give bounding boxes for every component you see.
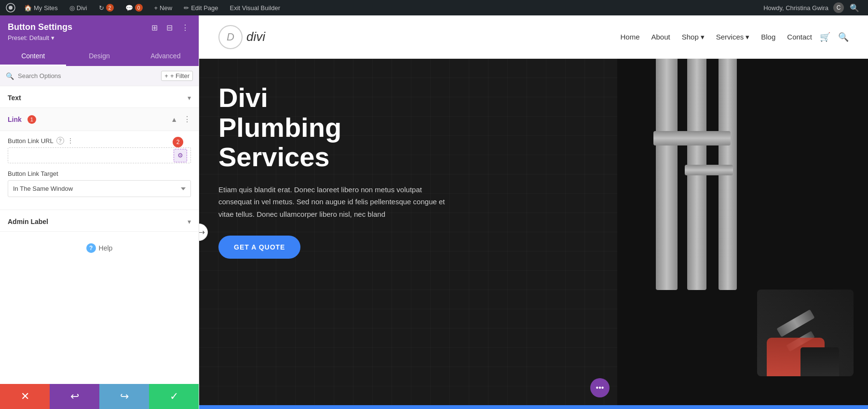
field-more-icon[interactable]: ⋮ <box>67 137 74 145</box>
panel-content: Text ▾ Link 1 ▲ ⋮ Button Link U <box>0 86 199 384</box>
chevron-down-icon: ▾ <box>188 218 191 225</box>
floating-options-button[interactable]: ••• <box>590 378 610 397</box>
admin-bar-right: Howdy, Christina Gwira C 🔍 <box>759 2 864 13</box>
redo-button[interactable]: ↪ <box>99 384 149 409</box>
chevron-down-icon: ▾ <box>51 34 54 41</box>
undo-button[interactable]: ↩ <box>50 384 99 409</box>
panel-toggle-button[interactable]: ⟷ <box>199 224 208 241</box>
panel-title: Button Settings <box>8 22 72 32</box>
admin-label-section-header[interactable]: Admin Label ▾ <box>0 210 199 232</box>
hero-description: Etiam quis blandit erat. Donec laoreet l… <box>218 184 450 221</box>
button-link-target-field: Button Link Target In The Same WindowIn … <box>8 170 191 197</box>
button-link-url-field: Button Link URL ? ⋮ ⚙ 2 <box>8 137 191 163</box>
cart-icon[interactable]: 🛒 <box>820 32 830 42</box>
nav-services[interactable]: Services ▾ <box>716 33 750 41</box>
search-bar: 🔍 + + Filter <box>0 66 199 86</box>
admin-bar-edit-page[interactable]: ✏ Edit Page <box>179 0 223 15</box>
tab-content[interactable]: Content <box>0 47 66 66</box>
comments-icon: 💬 <box>125 4 133 12</box>
pencil-icon: ✏ <box>184 4 189 12</box>
admin-bar-mysites[interactable]: 🏠 My Sites <box>19 0 63 15</box>
site-logo: D divi <box>218 25 265 49</box>
link-section-content: Button Link URL ? ⋮ ⚙ 2 <box>0 131 199 210</box>
pipe-v1 <box>656 59 678 290</box>
divi-icon: ◎ <box>69 4 75 12</box>
nav-home[interactable]: Home <box>620 33 639 41</box>
chevron-down-icon: ▾ <box>188 94 191 102</box>
field-label-target: Button Link Target <box>8 170 58 177</box>
main-layout: Button Settings Preset: Default ▾ ⊞ ⊟ ⋮ … <box>0 15 868 409</box>
bottom-blue-bar <box>199 405 868 409</box>
layout-icon[interactable]: ⊞ <box>149 22 160 33</box>
site-navbar: D divi Home About Shop ▾ Services ▾ Blog… <box>199 15 868 59</box>
admin-bar-divi[interactable]: ◎ Divi <box>65 0 92 15</box>
hero-section: ⟷ DiviPlumbingServices Etiam quis blandi… <box>199 59 868 405</box>
wrench-area <box>757 290 854 376</box>
left-panel: Button Settings Preset: Default ▾ ⊞ ⊟ ⋮ … <box>0 15 199 409</box>
help-button[interactable]: ? Help <box>86 243 113 253</box>
link-section-header[interactable]: Link 1 ▲ ⋮ <box>0 108 199 131</box>
filter-plus-icon: + <box>164 72 168 79</box>
link-badge: 1 <box>27 115 36 124</box>
text-section-title: Text <box>8 94 21 102</box>
help-area: ? Help <box>0 232 199 264</box>
search-input[interactable] <box>18 72 157 79</box>
panel-header: Button Settings Preset: Default ▾ ⊞ ⊟ ⋮ <box>0 15 199 47</box>
admin-bar-exit-builder[interactable]: Exit Visual Builder <box>225 0 285 15</box>
pipe-h1 <box>653 131 731 145</box>
plus-icon: + <box>154 4 158 12</box>
admin-bar-updates[interactable]: ↻ 2 <box>94 0 119 15</box>
text-section-header[interactable]: Text ▾ <box>0 86 199 108</box>
pipe-h2 <box>685 165 733 175</box>
cancel-button[interactable]: ✕ <box>0 384 50 409</box>
admin-bar-left: 🏠 My Sites ◎ Divi ↻ 2 💬 0 + New ✏ Edit P… <box>4 0 759 15</box>
button-link-target-select[interactable]: In The Same WindowIn The New Tab <box>8 180 191 197</box>
panel-preset: Preset: Default ▾ <box>8 34 72 41</box>
nav-contact[interactable]: Contact <box>787 33 812 41</box>
admin-bar-new[interactable]: + New <box>149 0 177 15</box>
wordpress-logo[interactable] <box>4 0 17 15</box>
nav-icons: 🛒 🔍 <box>820 32 849 42</box>
nav-shop[interactable]: Shop ▾ <box>682 33 705 41</box>
hero-cta-button[interactable]: GET A QUOTE <box>218 236 300 259</box>
dynamic-content-icon[interactable]: ⚙ <box>174 149 187 162</box>
nav-search-icon[interactable]: 🔍 <box>838 32 849 42</box>
svg-point-1 <box>9 6 13 10</box>
help-circle-icon: ? <box>86 243 96 253</box>
home-icon: 🏠 <box>24 4 32 12</box>
tab-design[interactable]: Design <box>66 47 132 66</box>
nav-blog[interactable]: Blog <box>761 33 775 41</box>
search-icon[interactable]: 🔍 <box>850 3 859 13</box>
admin-bar: 🏠 My Sites ◎ Divi ↻ 2 💬 0 + New ✏ Edit P… <box>0 0 868 15</box>
help-tooltip-icon[interactable]: ? <box>56 137 64 145</box>
filter-button[interactable]: + + Filter <box>161 71 193 81</box>
hero-dark-panel: ⟷ DiviPlumbingServices Etiam quis blandi… <box>199 59 617 405</box>
save-button[interactable]: ✓ <box>149 384 199 409</box>
panel-header-top: Button Settings Preset: Default ▾ ⊞ ⊟ ⋮ <box>8 22 191 41</box>
updates-icon: ↻ <box>99 4 104 12</box>
user-greeting: Howdy, Christina Gwira <box>763 4 828 12</box>
admin-label-title: Admin Label <box>8 218 48 225</box>
chevron-up-icon: ▲ <box>171 116 177 123</box>
logo-text: divi <box>246 29 265 44</box>
tabs-row: Content Design Advanced <box>0 47 199 66</box>
admin-bar-comments[interactable]: 💬 0 <box>121 0 148 15</box>
columns-icon[interactable]: ⊟ <box>164 22 175 33</box>
nav-about[interactable]: About <box>651 33 670 41</box>
logo-icon: D <box>218 25 243 49</box>
tab-advanced[interactable]: Advanced <box>133 47 199 66</box>
section-more-icon[interactable]: ⋮ <box>183 115 191 124</box>
hero-title: DiviPlumbingServices <box>218 83 598 172</box>
more-options-icon[interactable]: ⋮ <box>179 22 191 33</box>
button-link-url-input[interactable] <box>8 147 191 163</box>
field-label-text: Button Link URL <box>8 137 54 145</box>
link-section-title: Link <box>8 116 22 123</box>
bottom-action-bar: ✕ ↩ ↪ ✓ <box>0 384 199 409</box>
avatar[interactable]: C <box>833 2 844 13</box>
hero-image <box>617 59 868 405</box>
plumbing-visual <box>617 59 868 405</box>
shop-chevron-icon: ▾ <box>701 33 705 41</box>
site-navigation: Home About Shop ▾ Services ▾ Blog Contac… <box>620 33 812 41</box>
url-field-badge: 2 <box>173 137 183 147</box>
services-chevron-icon: ▾ <box>746 33 749 41</box>
